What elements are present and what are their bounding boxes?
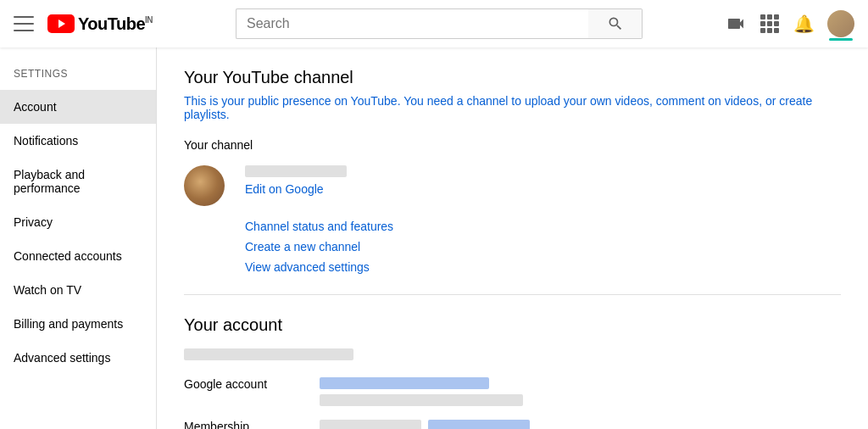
- search-icon: [607, 15, 624, 32]
- sidebar-item-privacy[interactable]: Privacy: [0, 205, 156, 239]
- search-button[interactable]: [588, 8, 643, 39]
- google-account-line2-blurred: [320, 394, 523, 406]
- topnav-right: 🔔: [726, 10, 854, 37]
- membership-value: [320, 420, 574, 429]
- channel-info: Edit on Google: [245, 165, 347, 196]
- sidebar-item-billing[interactable]: Billing and payments: [0, 307, 156, 341]
- membership-link-blurred: [428, 420, 530, 429]
- channel-links: Channel status and features Create a new…: [245, 220, 841, 274]
- apps-icon[interactable]: [760, 14, 780, 34]
- sidebar-item-playback[interactable]: Playback and performance: [0, 158, 156, 205]
- section-divider-1: [184, 294, 841, 295]
- your-channel-subtitle: This is your public presence on YouTube.…: [184, 94, 841, 121]
- your-channel-section: Your YouTube channel This is your public…: [184, 68, 841, 274]
- logo-wrap[interactable]: YouTubeIN: [47, 14, 153, 34]
- channel-row: Edit on Google: [184, 165, 841, 206]
- create-channel-link[interactable]: Create a new channel: [245, 240, 841, 254]
- edit-on-google-link[interactable]: Edit on Google: [245, 182, 347, 196]
- sidebar: SETTINGS Account Notifications Playback …: [0, 47, 157, 429]
- membership-row: Membership: [184, 420, 841, 429]
- channel-status-link[interactable]: Channel status and features: [245, 220, 841, 233]
- notifications-bell-icon[interactable]: 🔔: [793, 14, 814, 34]
- sidebar-item-advanced[interactable]: Advanced settings: [0, 341, 156, 375]
- sidebar-item-notifications[interactable]: Notifications: [0, 124, 156, 158]
- your-account-section: Your account Google account Membership: [184, 315, 841, 429]
- hamburger-icon[interactable]: [14, 16, 34, 31]
- membership-status-blurred: [320, 420, 421, 429]
- account-email-blurred: [184, 348, 353, 360]
- channel-name-blurred: [245, 165, 347, 177]
- google-account-label: Google account: [184, 377, 320, 406]
- google-account-line1-blurred: [320, 377, 489, 389]
- search-input[interactable]: [236, 8, 588, 39]
- avatar-indicator: [829, 38, 853, 41]
- layout: SETTINGS Account Notifications Playback …: [0, 47, 868, 429]
- channel-label: Your channel: [184, 138, 841, 152]
- main-content: Your YouTube channel This is your public…: [157, 47, 868, 429]
- youtube-logo-icon: [47, 14, 75, 33]
- logo-text: YouTubeIN: [78, 14, 153, 34]
- search-wrap: [153, 8, 726, 39]
- your-account-title: Your account: [184, 315, 841, 335]
- view-advanced-link[interactable]: View advanced settings: [245, 260, 841, 274]
- sidebar-item-account[interactable]: Account: [0, 90, 156, 124]
- your-channel-title: Your YouTube channel: [184, 68, 841, 87]
- avatar-wrap: [827, 10, 854, 37]
- avatar[interactable]: [827, 10, 854, 37]
- settings-label: SETTINGS: [0, 61, 156, 90]
- create-video-icon[interactable]: [726, 14, 746, 34]
- sidebar-item-watch-tv[interactable]: Watch on TV: [0, 273, 156, 307]
- sidebar-item-connected[interactable]: Connected accounts: [0, 239, 156, 273]
- channel-avatar: [184, 165, 225, 206]
- search-form: [236, 8, 643, 39]
- topnav-left: YouTubeIN: [14, 14, 153, 34]
- google-account-row: Google account: [184, 377, 841, 406]
- google-account-value: [320, 377, 523, 406]
- membership-label: Membership: [184, 420, 320, 429]
- topnav: YouTubeIN �: [0, 0, 868, 47]
